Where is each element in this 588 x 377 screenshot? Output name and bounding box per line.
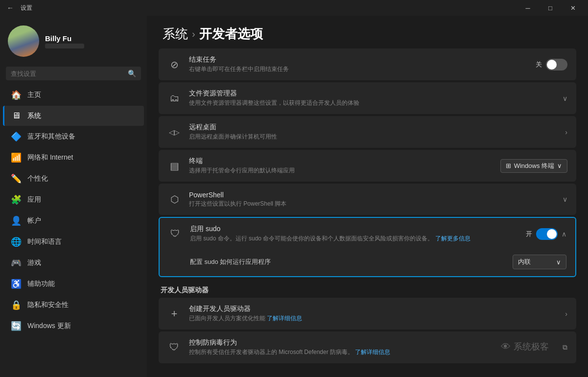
setting-remote-desktop[interactable]: ◁▷ 远程桌面 启用远程桌面并确保计算机可用性 › bbox=[159, 116, 576, 148]
close-button[interactable]: ✕ bbox=[562, 0, 584, 16]
time-icon: 🌐 bbox=[11, 236, 22, 247]
remote-desktop-icon: ◁▷ bbox=[167, 128, 181, 136]
sudo-text: 启用 sudo 启用 sudo 命令。运行 sudo 命令可能会使你的设备和个人… bbox=[190, 225, 526, 243]
search-box[interactable]: 🔍 bbox=[6, 67, 141, 80]
sudo-toggle[interactable] bbox=[536, 228, 558, 240]
chevron-icon: ∨ bbox=[563, 94, 567, 102]
remote-desktop-control: › bbox=[565, 128, 567, 136]
toggle-knob bbox=[547, 229, 557, 239]
maximize-button[interactable]: □ bbox=[539, 0, 562, 16]
titlebar-title: 设置 bbox=[21, 4, 32, 12]
sidebar-item-label: 系统 bbox=[27, 112, 41, 120]
sidebar-item-label: 蓝牙和其他设备 bbox=[27, 132, 75, 141]
system-icon: 🖥 bbox=[11, 111, 22, 121]
breadcrumb-separator: › bbox=[192, 28, 195, 40]
setting-powershell-desc: 打开这些设置以执行 PowerShell 脚本 bbox=[189, 200, 563, 208]
setting-file-manager-text: 文件资源管理器 使用文件资源管理器调整这些设置，以获得更适合开发人员的体验 bbox=[189, 89, 563, 107]
setting-remote-desktop-desc: 启用远程桌面并确保计算机可用性 bbox=[189, 133, 565, 141]
home-icon: 🏠 bbox=[11, 90, 22, 100]
setting-terminal[interactable]: ▤ 终端 选择用于托管命令行应用的默认终端应用 ⊞ Windows 终端 ∨ bbox=[159, 150, 576, 182]
setting-end-task-desc: 右键单击即可在任务栏中启用结束任务 bbox=[189, 65, 536, 73]
sidebar-item-label: 个性化 bbox=[27, 174, 48, 183]
sudo-desc: 启用 sudo 命令。运行 sudo 命令可能会使你的设备和个人数据面临安全风险… bbox=[190, 235, 526, 243]
personalization-icon: ✏️ bbox=[11, 173, 22, 184]
antivirus-link[interactable]: 了解详细信息 bbox=[355, 349, 390, 355]
sidebar-item-bluetooth[interactable]: 🔷 蓝牙和其他设备 bbox=[3, 126, 144, 147]
user-name: Billy Fu bbox=[45, 34, 84, 43]
bluetooth-icon: 🔷 bbox=[11, 131, 22, 142]
sidebar-item-label: 帐户 bbox=[27, 216, 41, 225]
sidebar-item-label: Windows 更新 bbox=[27, 322, 71, 330]
sudo-sub-item[interactable]: 配置 sudo 如何运行应用程序 内联 ∨ bbox=[160, 250, 575, 276]
file-manager-control: ∨ bbox=[563, 94, 567, 102]
content-header: 系统 › 开发者选项 bbox=[147, 16, 588, 48]
sidebar-item-personalization[interactable]: ✏️ 个性化 bbox=[3, 168, 144, 189]
settings-list: ⊘ 结束任务 右键单击即可在任务栏中启用结束任务 关 🗂 文件资源管理器 使用 bbox=[147, 48, 588, 377]
create-driver-desc-text: 已面向开发人员方案优化性能 bbox=[189, 315, 265, 322]
setting-powershell-text: PowerShell 打开这些设置以执行 PowerShell 脚本 bbox=[189, 191, 563, 208]
setting-file-manager[interactable]: 🗂 文件资源管理器 使用文件资源管理器调整这些设置，以获得更适合开发人员的体验 … bbox=[159, 82, 576, 114]
titlebar: ← 设置 ─ □ ✕ bbox=[0, 0, 588, 16]
minimize-button[interactable]: ─ bbox=[517, 0, 539, 16]
breadcrumb-parent: 系统 bbox=[163, 25, 188, 43]
setting-antivirus[interactable]: 🛡 控制防病毒行为 控制所有受信任开发者驱动器上的 Microsoft Defe… bbox=[159, 331, 576, 363]
sudo-mode-chevron: ∨ bbox=[556, 259, 561, 266]
user-info: Billy Fu bbox=[45, 34, 84, 48]
external-link-icon: ⧉ bbox=[563, 343, 567, 352]
setting-powershell-title: PowerShell bbox=[189, 191, 563, 199]
sudo-mode-select[interactable]: 内联 ∨ bbox=[513, 255, 566, 269]
sudo-icon: 🛡 bbox=[168, 228, 182, 239]
create-driver-control: › bbox=[565, 310, 567, 318]
setting-remote-desktop-title: 远程桌面 bbox=[189, 123, 565, 132]
terminal-select[interactable]: ⊞ Windows 终端 ∨ bbox=[500, 159, 567, 173]
main-layout: Billy Fu 🔍 🏠 主页 🖥 系统 🔷 蓝牙和其他设备 bbox=[0, 16, 588, 377]
end-task-toggle[interactable] bbox=[546, 59, 567, 71]
terminal-select-value: Windows 终端 bbox=[514, 162, 554, 170]
sudo-control: 开 ∧ bbox=[526, 228, 566, 240]
chevron-icon: › bbox=[565, 310, 567, 318]
create-driver-link[interactable]: 了解详细信息 bbox=[267, 315, 302, 322]
end-task-icon: ⊘ bbox=[167, 59, 181, 71]
sidebar-item-label: 主页 bbox=[27, 91, 41, 99]
sudo-title: 启用 sudo bbox=[190, 225, 526, 234]
toggle-knob bbox=[547, 60, 557, 70]
sudo-mode-value: 内联 bbox=[518, 258, 553, 266]
sidebar-item-home[interactable]: 🏠 主页 bbox=[3, 85, 144, 105]
sudo-chevron-icon: ∧ bbox=[562, 230, 566, 238]
sidebar-item-apps[interactable]: 🧩 应用 bbox=[3, 189, 144, 210]
terminal-chevron-icon: ∨ bbox=[557, 162, 562, 169]
sidebar-item-time[interactable]: 🌐 时间和语言 bbox=[3, 232, 144, 252]
setting-file-manager-title: 文件资源管理器 bbox=[189, 89, 563, 98]
apps-icon: 🧩 bbox=[11, 194, 22, 205]
back-button[interactable]: ← bbox=[4, 2, 17, 14]
file-manager-icon: 🗂 bbox=[167, 93, 181, 104]
user-subtitle bbox=[45, 44, 84, 48]
sidebar-item-gaming[interactable]: 🎮 游戏 bbox=[3, 253, 144, 273]
chevron-icon: ∨ bbox=[563, 195, 567, 203]
setting-end-task-title: 结束任务 bbox=[189, 55, 536, 64]
sidebar-item-update[interactable]: 🔄 Windows 更新 bbox=[3, 316, 144, 336]
setting-sudo-expanded: 🛡 启用 sudo 启用 sudo 命令。运行 sudo 命令可能会使你的设备和… bbox=[159, 217, 576, 277]
network-icon: 📶 bbox=[11, 152, 22, 163]
sidebar-item-label: 应用 bbox=[27, 195, 41, 204]
sidebar-item-accounts[interactable]: 👤 帐户 bbox=[3, 211, 144, 231]
sidebar-item-system[interactable]: 🖥 系统 bbox=[3, 106, 144, 126]
sidebar-item-network[interactable]: 📶 网络和 Internet bbox=[3, 147, 144, 168]
sidebar: Billy Fu 🔍 🏠 主页 🖥 系统 🔷 蓝牙和其他设备 bbox=[0, 16, 147, 377]
search-icon: 🔍 bbox=[128, 70, 136, 77]
sidebar-item-privacy[interactable]: 🔒 隐私和安全性 bbox=[3, 295, 144, 315]
setting-create-driver[interactable]: + 创建开发人员驱动器 已面向开发人员方案优化性能 了解详细信息 › bbox=[159, 298, 576, 330]
search-input[interactable] bbox=[11, 70, 124, 77]
setting-powershell[interactable]: ⬡ PowerShell 打开这些设置以执行 PowerShell 脚本 ∨ bbox=[159, 184, 576, 215]
antivirus-desc: 控制所有受信任开发者驱动器上的 Microsoft Defender 防病毒。 … bbox=[189, 348, 563, 356]
setting-end-task[interactable]: ⊘ 结束任务 右键单击即可在任务栏中启用结束任务 关 bbox=[159, 48, 576, 80]
powershell-icon: ⬡ bbox=[167, 193, 181, 205]
sidebar-item-accessibility[interactable]: ♿ 辅助功能 bbox=[3, 274, 144, 294]
user-profile[interactable]: Billy Fu bbox=[0, 16, 147, 65]
avatar bbox=[8, 25, 39, 57]
sidebar-item-label: 隐私和安全性 bbox=[27, 301, 69, 309]
setting-terminal-text: 终端 选择用于托管命令行应用的默认终端应用 bbox=[189, 157, 500, 175]
sudo-desc-text: 启用 sudo 命令。运行 sudo 命令可能会使你的设备和个人数据面临安全风险… bbox=[190, 235, 433, 242]
sudo-top[interactable]: 🛡 启用 sudo 启用 sudo 命令。运行 sudo 命令可能会使你的设备和… bbox=[160, 218, 575, 250]
sudo-learn-more-link[interactable]: 了解更多信息 bbox=[435, 235, 470, 242]
